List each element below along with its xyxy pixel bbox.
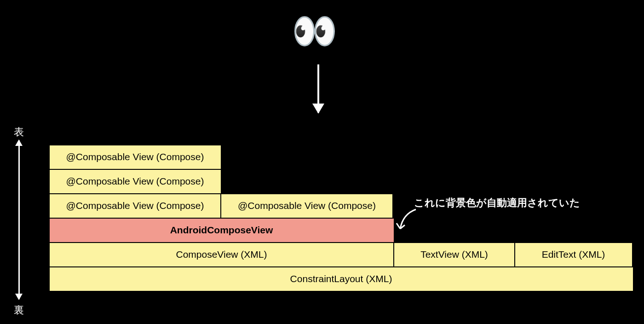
- eyes-icon: 👀: [292, 13, 338, 50]
- layer-composable-3a: @Composable View (Compose): [49, 193, 222, 219]
- layer-composable-2: @Composable View (Compose): [49, 169, 222, 195]
- layer-android-compose-view: AndroidComposeView: [49, 218, 395, 243]
- axis-label-back: 裏: [14, 303, 24, 317]
- layer-textview-xml: TextView (XML): [393, 242, 515, 268]
- annotation-text: これに背景色が自動適用されていた: [414, 196, 580, 210]
- diagram-stage: 👀 表 裏 @Composable View (Compose) @Compos…: [0, 0, 644, 324]
- layer-edittext-xml: EditText (XML): [514, 242, 633, 268]
- layer-composable-3b: @Composable View (Compose): [220, 193, 393, 219]
- layer-stack: @Composable View (Compose) @Composable V…: [50, 145, 634, 292]
- axis-label-front: 表: [14, 125, 24, 139]
- annotation-arrow-icon: [398, 208, 417, 234]
- layer-constraintlayout-xml: ConstraintLayout (XML): [49, 266, 634, 292]
- arrow-down-icon: [317, 64, 319, 113]
- axis-double-arrow-icon: [18, 140, 20, 299]
- layer-compose-view-xml: ComposeView (XML): [49, 242, 395, 268]
- layer-composable-1: @Composable View (Compose): [49, 145, 222, 170]
